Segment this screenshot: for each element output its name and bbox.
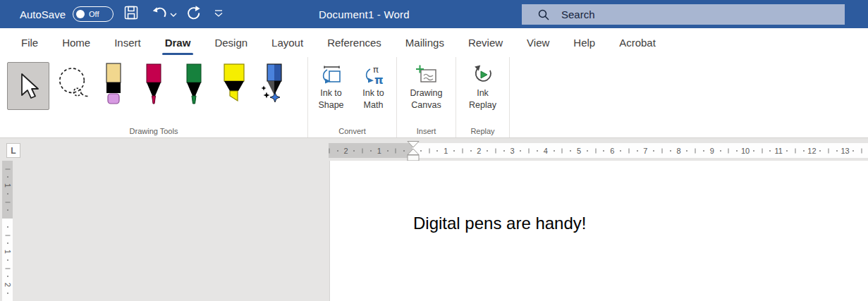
ruler-number: 11 xyxy=(774,147,782,155)
group-insert: Drawing Canvas Insert xyxy=(397,57,456,137)
ruler-dot xyxy=(7,209,8,211)
tab-draw[interactable]: Draw xyxy=(153,28,203,57)
group-label-replay: Replay xyxy=(456,127,509,135)
ink-to-math-icon: π π xyxy=(362,62,386,87)
button-label: Shape xyxy=(318,99,343,111)
svg-text:π: π xyxy=(374,73,384,86)
ruler-dot xyxy=(803,150,805,152)
group-label-convert: Convert xyxy=(308,127,396,135)
autosave-toggle[interactable]: Off xyxy=(73,6,114,22)
ruler-dot xyxy=(420,150,422,152)
action-pen-blue-icon xyxy=(259,62,290,107)
ruler-dot xyxy=(753,150,754,152)
ruler-dot xyxy=(703,150,704,152)
ruler-tick xyxy=(628,148,629,153)
button-label: Ink to xyxy=(362,87,384,99)
document-page[interactable]: Digital pens are handy! xyxy=(329,161,868,301)
highlighter-yellow-icon xyxy=(220,62,248,107)
ruler-dot xyxy=(387,150,389,152)
ruler-tick xyxy=(329,148,330,153)
tab-design[interactable]: Design xyxy=(202,28,259,57)
tab-mailings[interactable]: Mailings xyxy=(393,28,456,57)
button-label: Canvas xyxy=(411,99,441,111)
vertical-ruler[interactable]: 112 xyxy=(2,161,13,301)
ruler-number: 2 xyxy=(344,147,348,155)
window-title: Document1 - Word xyxy=(319,0,410,28)
tab-view[interactable]: View xyxy=(515,28,561,57)
ink-to-math-button[interactable]: π π Ink to Math xyxy=(353,62,394,111)
ruler-dot xyxy=(7,276,8,277)
redo-button[interactable] xyxy=(185,5,201,23)
tab-references[interactable]: References xyxy=(315,28,393,57)
pen-green-tool[interactable] xyxy=(178,62,210,111)
highlighter-yellow-tool[interactable] xyxy=(218,62,250,111)
group-replay: Ink Replay Replay xyxy=(456,57,510,137)
ruler-dot xyxy=(620,150,621,152)
indent-markers[interactable] xyxy=(407,141,420,161)
ruler-tick xyxy=(5,268,10,269)
tab-home[interactable]: Home xyxy=(50,28,102,57)
save-icon xyxy=(123,5,139,23)
ruler-dot xyxy=(637,150,638,152)
tab-insert[interactable]: Insert xyxy=(102,28,153,57)
document-text[interactable]: Digital pens are handy! xyxy=(413,213,586,234)
ink-replay-button[interactable]: Ink Replay xyxy=(458,62,508,111)
group-label-insert: Insert xyxy=(397,127,456,135)
ruler-dot xyxy=(7,176,8,178)
autosave-state-label: Off xyxy=(89,10,99,18)
ruler-dot xyxy=(554,150,555,152)
ruler-tick xyxy=(5,202,10,202)
button-label: Replay xyxy=(469,99,496,111)
search-input[interactable] xyxy=(560,8,809,21)
action-pen-blue-tool[interactable] xyxy=(258,62,291,111)
ruler-tick xyxy=(562,148,563,153)
tab-acrobat[interactable]: Acrobat xyxy=(607,28,668,57)
search-box[interactable] xyxy=(522,4,845,25)
ruler-tick xyxy=(862,148,862,153)
ruler-number: 7 xyxy=(643,147,647,155)
lasso-select-tool[interactable] xyxy=(57,62,90,111)
tab-file[interactable]: File xyxy=(9,28,50,57)
ribbon: Drawing Tools Ink to Shape xyxy=(0,57,868,138)
word-window: AutoSave Off xyxy=(0,0,868,301)
title-bar: AutoSave Off xyxy=(0,0,868,28)
ruler-number: 1 xyxy=(4,250,12,254)
ink-to-shape-button[interactable]: Ink to Shape xyxy=(311,62,352,111)
tab-review[interactable]: Review xyxy=(456,28,515,57)
first-line-indent-marker[interactable] xyxy=(408,142,419,148)
customize-qat-button[interactable] xyxy=(214,8,224,20)
undo-dropdown-button[interactable] xyxy=(170,8,177,20)
button-label: Ink xyxy=(477,87,489,99)
ruler-dot xyxy=(653,150,654,152)
select-tool[interactable] xyxy=(7,62,49,110)
ruler-dot xyxy=(836,150,838,152)
eraser-icon xyxy=(99,62,128,107)
ruler-dot xyxy=(587,150,588,152)
undo-icon xyxy=(152,5,167,23)
hanging-indent-marker[interactable] xyxy=(408,149,419,155)
drawing-canvas-button[interactable]: Drawing Canvas xyxy=(398,62,455,111)
tab-stop-selector[interactable]: L xyxy=(6,143,20,158)
tab-layout[interactable]: Layout xyxy=(259,28,315,57)
ruler-dot xyxy=(7,293,8,294)
autosave-label: AutoSave xyxy=(20,8,66,20)
ruler-dot xyxy=(403,150,405,152)
pen-crimson-tool[interactable] xyxy=(137,62,170,111)
lasso-icon xyxy=(57,65,90,103)
eraser-tool[interactable] xyxy=(97,62,130,111)
button-label: Drawing xyxy=(410,87,443,99)
ruler-number: 2 xyxy=(477,147,481,155)
ruler-number: 10 xyxy=(741,147,750,155)
ruler-dot xyxy=(7,242,8,244)
ruler-dot xyxy=(819,150,821,152)
ruler-dot xyxy=(503,150,505,152)
ruler-tick xyxy=(595,148,596,153)
tab-help[interactable]: Help xyxy=(561,28,607,57)
document-area: L 2112345678910111213 112 Digital pens a… xyxy=(0,138,868,301)
ruler-tick xyxy=(396,148,396,153)
autosave-toggle-knob xyxy=(76,10,85,18)
left-indent-marker[interactable] xyxy=(408,155,419,161)
save-button[interactable] xyxy=(123,5,139,23)
undo-button[interactable] xyxy=(152,5,167,23)
ruler-number: 4 xyxy=(544,147,548,155)
